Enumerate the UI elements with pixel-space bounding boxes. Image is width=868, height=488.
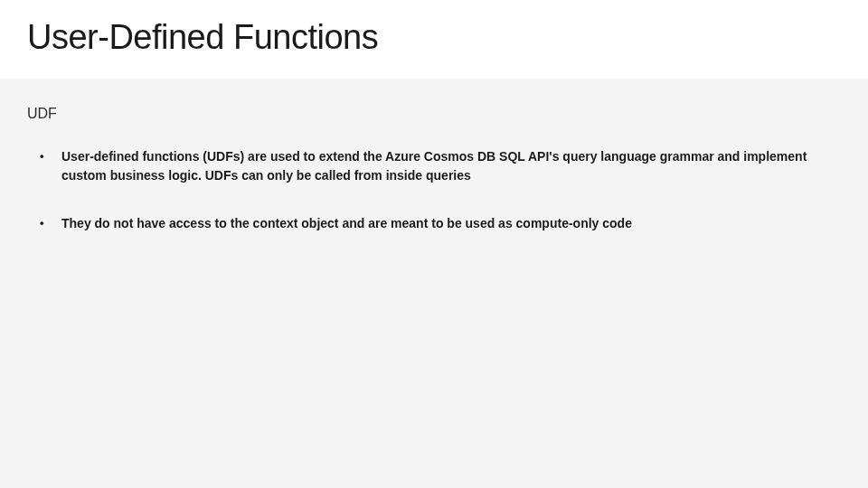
list-item: They do not have access to the context o…	[40, 214, 817, 233]
header-band: User-Defined Functions	[0, 0, 868, 79]
bullet-list: User-defined functions (UDFs) are used t…	[27, 147, 841, 233]
list-item: User-defined functions (UDFs) are used t…	[40, 147, 817, 185]
section-heading: UDF	[27, 106, 841, 122]
content-area: UDF User-defined functions (UDFs) are us…	[0, 79, 868, 233]
slide-title: User-Defined Functions	[27, 18, 841, 57]
